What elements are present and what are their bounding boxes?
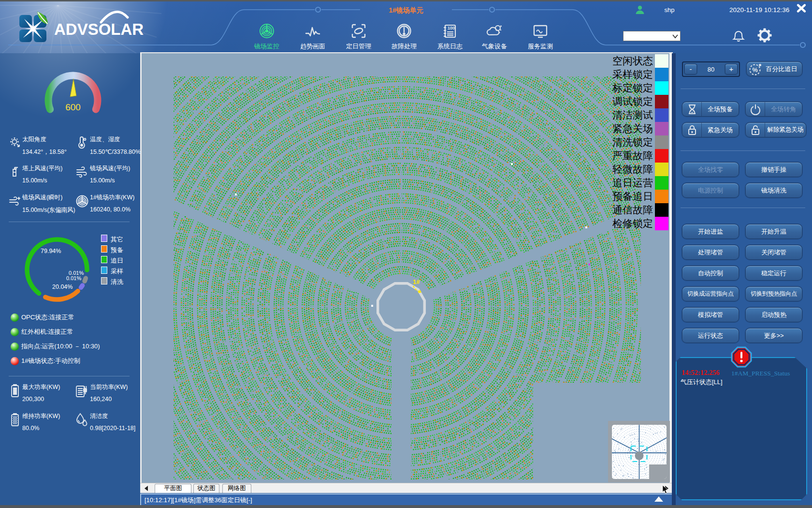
svg-text:600: 600 <box>65 102 81 112</box>
svg-text:1#: 1# <box>413 278 420 285</box>
svg-text:100: 100 <box>448 26 455 30</box>
svg-text:%: % <box>752 66 758 74</box>
svg-text:ADVSOLAR: ADVSOLAR <box>54 20 144 38</box>
